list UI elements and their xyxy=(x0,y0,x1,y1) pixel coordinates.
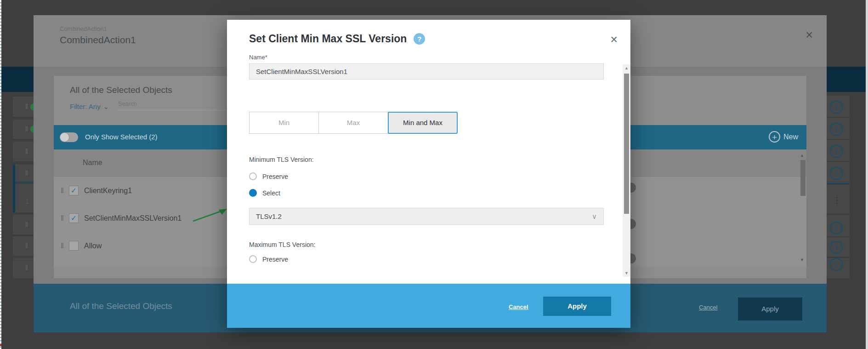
close-icon[interactable]: × xyxy=(806,29,813,41)
selected-row-underline xyxy=(827,183,850,184)
scrollbar-thumb[interactable] xyxy=(624,74,629,214)
scrollbar-down-icon[interactable]: ▼ xyxy=(623,271,630,275)
drag-handle-icon: ‖ xyxy=(25,242,28,250)
toggle-label: Only Show Selected (2) xyxy=(85,133,158,141)
page-row-expanded xyxy=(13,184,34,212)
apply-button[interactable]: Apply xyxy=(738,298,802,320)
filter-dropdown[interactable]: Filter: Any⌄ xyxy=(70,103,108,110)
tab-min[interactable]: Min xyxy=(249,112,319,134)
cancel-button[interactable]: Cancel xyxy=(699,304,717,311)
radio-icon xyxy=(249,255,257,263)
dialog-subtitle: CombinedAction1 xyxy=(60,25,107,32)
close-icon[interactable]: × xyxy=(610,34,618,46)
drag-handle-icon: ‖ xyxy=(25,125,28,133)
page-row-selected: ‖ xyxy=(13,164,34,183)
dropdown-value: TLSv1.2 xyxy=(256,208,282,224)
min-tls-version-dropdown[interactable]: TLSv1.2 ∨ xyxy=(249,208,604,225)
page-row: ‖ xyxy=(13,142,34,161)
checkbox-unchecked[interactable] xyxy=(69,241,79,251)
selected-row-underline xyxy=(15,182,34,183)
drag-handle-icon[interactable]: ‖ xyxy=(61,186,64,195)
right-edge-strip xyxy=(866,0,868,349)
tab-min-and-max[interactable]: Min and Max xyxy=(388,112,458,134)
scrollbar-up-icon[interactable]: ▲ xyxy=(800,153,804,158)
drag-handle-icon: ‖ xyxy=(25,264,28,272)
drag-handle-icon: ‖ xyxy=(25,221,28,229)
radio-icon-selected xyxy=(249,189,257,197)
page-teal-band-right xyxy=(827,67,866,92)
radio-select-min[interactable]: Select xyxy=(249,189,280,197)
annotation-arrow xyxy=(191,205,230,224)
search-input[interactable] xyxy=(117,97,227,110)
only-show-selected-toggle[interactable] xyxy=(60,132,78,142)
maximum-tls-label: Maximum TLS Version: xyxy=(249,241,315,248)
drag-handle-icon[interactable]: ‖ xyxy=(61,214,64,223)
footer-label: All of the Selected Objects xyxy=(70,301,172,311)
cancel-button[interactable]: Cancel xyxy=(509,303,528,310)
list-item-label: Allow xyxy=(84,232,102,260)
page-row: ‖ xyxy=(13,258,34,278)
dialog-title: CombinedAction1 xyxy=(60,34,136,46)
panel-heading: All of the Selected Objects xyxy=(70,85,172,95)
scrollbar-down-icon[interactable]: ▼ xyxy=(800,257,804,262)
modal-scrollbar[interactable]: ▲ ▼ xyxy=(623,64,630,277)
radio-label: Select xyxy=(262,189,280,197)
mode-tabs: Min Max Min and Max xyxy=(249,112,458,134)
left-ruler-strip xyxy=(0,0,1,349)
chevron-down-circle-icon[interactable]: ∨ xyxy=(830,101,843,114)
radio-preserve-max[interactable]: Preserve xyxy=(249,255,288,263)
help-icon[interactable]: ? xyxy=(414,33,425,45)
ssl-version-modal: Set Client Min Max SSL Version ? × Name*… xyxy=(227,20,630,328)
scrollbar-up-icon[interactable]: ▲ xyxy=(623,66,630,70)
checkbox-checked[interactable]: ✓ xyxy=(69,186,79,195)
chevron-down-circle-icon[interactable]: ∨ xyxy=(830,241,843,254)
chevron-down-circle-icon[interactable]: ∨ xyxy=(830,145,843,158)
new-button[interactable]: + New xyxy=(769,131,798,143)
radio-label: Preserve xyxy=(262,256,288,263)
checkbox-checked[interactable]: ✓ xyxy=(69,213,79,223)
modal-title: Set Client Min Max SSL Version xyxy=(249,33,407,45)
chevron-down-circle-icon[interactable]: ∨ xyxy=(830,222,843,235)
minimum-tls-label: Minimum TLS Version: xyxy=(249,156,314,163)
drag-handle-icon: ‖ xyxy=(25,103,28,111)
drag-handle-icon: ‖ xyxy=(25,148,28,156)
list-item-label: ClientKeyring1 xyxy=(84,177,132,205)
radio-icon xyxy=(249,172,257,180)
radio-label: Preserve xyxy=(262,173,288,180)
more-options-icon[interactable]: ⋮ xyxy=(833,195,841,206)
filter-label: Filter: Any xyxy=(70,103,101,110)
apply-button[interactable]: Apply xyxy=(543,297,611,316)
page-teal-band-left xyxy=(1,67,34,92)
modal-footer: Cancel Apply xyxy=(227,284,630,328)
new-button-label: New xyxy=(783,133,798,141)
chevron-up-circle-icon[interactable]: ∧ xyxy=(830,167,843,180)
page-row: ‖ xyxy=(13,215,34,235)
scrollbar-thumb[interactable] xyxy=(800,160,806,196)
plus-icon: + xyxy=(769,131,780,143)
tab-max[interactable]: Max xyxy=(318,112,388,134)
ruler-red-tick xyxy=(0,344,1,346)
drag-handle-icon[interactable]: ‖ xyxy=(61,241,64,251)
drag-handle-icon: ‖ xyxy=(25,169,28,177)
chevron-down-circle-icon[interactable]: ∨ xyxy=(830,258,843,271)
name-field[interactable]: SetClientMinMaxSSLVersion1 xyxy=(249,63,604,80)
list-item-label: SetClientMinMaxSSLVersion1 xyxy=(84,205,182,232)
name-label: Name* xyxy=(249,54,267,61)
chevron-down-icon: ∨ xyxy=(592,208,597,224)
radio-preserve-min[interactable]: Preserve xyxy=(249,172,288,180)
selected-row-accent xyxy=(13,164,15,212)
toggle-knob xyxy=(60,132,69,142)
row-number: 1 xyxy=(25,198,29,205)
chevron-down-icon: ⌄ xyxy=(103,103,109,110)
column-header-name: Name xyxy=(83,159,102,167)
chevron-down-circle-icon[interactable]: ∨ xyxy=(830,123,843,136)
page-row: ‖ xyxy=(13,236,34,256)
modal-title-row: Set Client Min Max SSL Version ? xyxy=(249,33,425,45)
